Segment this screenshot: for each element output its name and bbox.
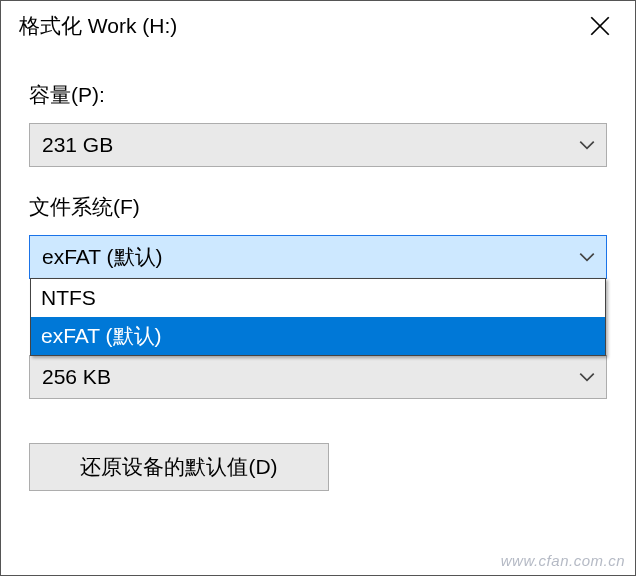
filesystem-dropdown: NTFS exFAT (默认) xyxy=(30,278,606,356)
restore-label: 还原设备的默认值(D) xyxy=(80,453,277,481)
filesystem-option-ntfs[interactable]: NTFS xyxy=(31,279,605,317)
filesystem-selected: exFAT (默认) xyxy=(42,243,163,271)
allocation-value: 256 KB xyxy=(42,365,111,389)
close-icon xyxy=(590,16,610,36)
allocation-combobox[interactable]: 256 KB xyxy=(29,355,607,399)
dialog-content: 容量(P): 231 GB 文件系统(F) exFAT (默认) NTFS xyxy=(1,51,635,491)
capacity-label: 容量(P): xyxy=(29,81,607,109)
dialog-title: 格式化 Work (H:) xyxy=(19,12,177,40)
format-dialog: 格式化 Work (H:) 容量(P): 231 GB 文件系统(F) exFA… xyxy=(0,0,636,576)
chevron-down-icon xyxy=(578,368,596,386)
close-button[interactable] xyxy=(577,6,623,46)
filesystem-group: 文件系统(F) exFAT (默认) NTFS exFAT (默认) xyxy=(29,193,607,279)
title-bar: 格式化 Work (H:) xyxy=(1,1,635,51)
option-label: exFAT (默认) xyxy=(41,322,162,350)
filesystem-option-exfat[interactable]: exFAT (默认) xyxy=(31,317,605,355)
chevron-down-icon xyxy=(578,136,596,154)
restore-defaults-button[interactable]: 还原设备的默认值(D) xyxy=(29,443,329,491)
capacity-value: 231 GB xyxy=(42,133,113,157)
filesystem-label: 文件系统(F) xyxy=(29,193,607,221)
filesystem-combobox[interactable]: exFAT (默认) NTFS exFAT (默认) xyxy=(29,235,607,279)
watermark: www.cfan.com.cn xyxy=(501,552,625,569)
capacity-group: 容量(P): 231 GB xyxy=(29,81,607,167)
capacity-combobox[interactable]: 231 GB xyxy=(29,123,607,167)
option-label: NTFS xyxy=(41,286,96,310)
allocation-group: 256 KB xyxy=(29,355,607,399)
chevron-down-icon xyxy=(578,248,596,266)
